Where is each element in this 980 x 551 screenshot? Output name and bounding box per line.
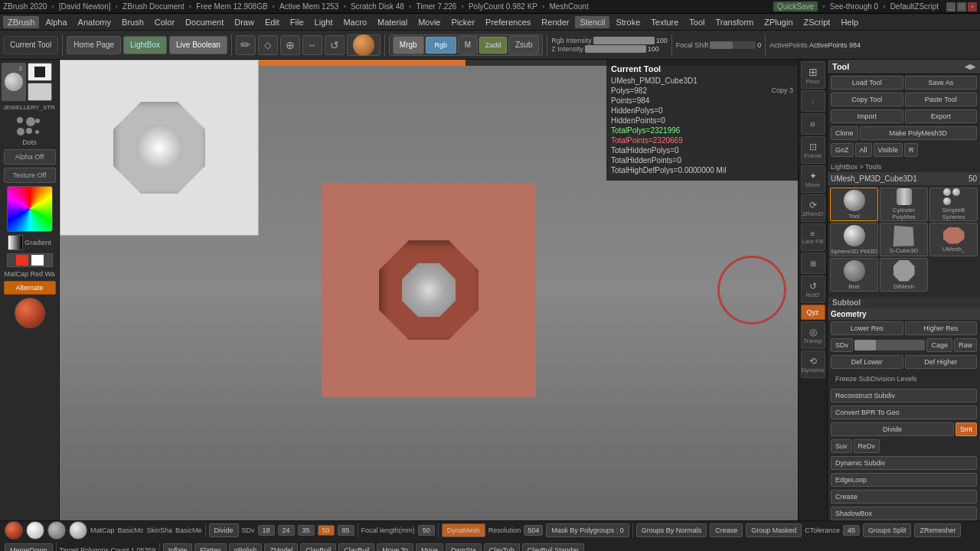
higher-res-btn[interactable]: Higher Res bbox=[905, 321, 978, 335]
scale-icon[interactable]: ↔ bbox=[302, 35, 322, 55]
menu-transform[interactable]: Transform bbox=[711, 16, 759, 28]
sdiv-btn[interactable]: SDv bbox=[831, 338, 853, 352]
floor-btn[interactable]: ⊞ Floor bbox=[801, 61, 825, 89]
tool-thumb-scube3d[interactable]: S-Cube3D bbox=[880, 223, 928, 256]
home-page-btn[interactable]: Home Page bbox=[67, 36, 121, 54]
brush-item-1[interactable]: 2 bbox=[2, 63, 26, 101]
defaultscript[interactable]: DefaultZScript bbox=[890, 2, 939, 11]
zadd-btn[interactable]: Zadd bbox=[479, 37, 507, 54]
menu-draw[interactable]: Draw bbox=[230, 16, 259, 28]
focal-slider[interactable] bbox=[710, 41, 756, 49]
menu-tool[interactable]: Tool bbox=[684, 16, 709, 28]
move-bottom-btn[interactable]: Move bbox=[416, 543, 443, 551]
menu-preferences[interactable]: Preferences bbox=[481, 16, 535, 28]
ctolerance-value[interactable]: 45 bbox=[843, 525, 860, 536]
brush-item-gray[interactable] bbox=[28, 83, 52, 101]
alternate-btn[interactable]: Alternate bbox=[4, 281, 56, 295]
tool-thumb-cylinder[interactable]: Cylinder PolyMes bbox=[880, 187, 928, 221]
brush-item-white[interactable] bbox=[28, 63, 52, 81]
bottom-matcap-gray[interactable] bbox=[47, 521, 66, 540]
all-btn[interactable]: All bbox=[855, 143, 872, 157]
move-btn[interactable]: ✦ Move bbox=[801, 165, 825, 193]
menu-stencil[interactable]: Stencil bbox=[575, 16, 609, 28]
mrgb-btn[interactable]: Mrgb bbox=[393, 36, 424, 54]
floor2-btn[interactable]: ⊟ bbox=[801, 113, 825, 135]
zsub-btn[interactable]: Zsub bbox=[508, 36, 539, 54]
tool-thumb-simplebspheres[interactable]: SimpleB Spheres bbox=[929, 187, 978, 221]
clone-btn[interactable]: Clone bbox=[831, 126, 858, 140]
suv-btn[interactable]: Suv bbox=[831, 439, 852, 453]
axis-btn[interactable]: ↕ bbox=[801, 90, 825, 112]
tool-thumb-dlmesh[interactable]: DlMesh bbox=[880, 258, 928, 292]
def-lower-btn[interactable]: Def Lower bbox=[831, 355, 903, 369]
groups-by-normals-btn[interactable]: Groups By Normals bbox=[636, 523, 707, 537]
num-85[interactable]: 85 bbox=[338, 525, 354, 536]
num-24[interactable]: 24 bbox=[278, 525, 295, 536]
menu-brush[interactable]: Brush bbox=[117, 16, 149, 28]
tool-thumb-umesh[interactable]: UMesh_ bbox=[929, 223, 978, 256]
divide-btn[interactable]: Divide bbox=[831, 422, 954, 436]
claybuil-std-btn[interactable]: ClayBuil Standar bbox=[522, 543, 584, 551]
menu-alpha[interactable]: Alpha bbox=[41, 16, 71, 28]
resolution-value[interactable]: 504 bbox=[524, 525, 543, 536]
rgb-intensity-slider[interactable] bbox=[593, 37, 655, 44]
reconstruct-subdiv-btn[interactable]: Reconstruct Subdiv bbox=[831, 389, 977, 403]
menu-render[interactable]: Render bbox=[537, 16, 573, 28]
lightbox-btn[interactable]: LightBox bbox=[123, 36, 167, 54]
menu-picker[interactable]: Picker bbox=[446, 16, 479, 28]
goz-btn[interactable]: GoZ bbox=[831, 143, 854, 157]
menu-stroke[interactable]: Stroke bbox=[611, 16, 645, 28]
def-higher-btn[interactable]: Def Higher bbox=[905, 355, 978, 369]
draw-alt-icon[interactable]: ◇ bbox=[258, 35, 278, 55]
window-controls[interactable]: _ □ × bbox=[946, 2, 977, 11]
edgeloop-btn[interactable]: EdgeLoop bbox=[831, 473, 977, 487]
qyz-btn[interactable]: Qyz bbox=[801, 305, 825, 320]
rotd-btn[interactable]: ↺ RotD bbox=[801, 276, 825, 303]
zmodel-btn[interactable]: ZModel bbox=[264, 543, 298, 551]
color-chips[interactable] bbox=[7, 253, 53, 267]
r-btn[interactable]: R bbox=[904, 143, 919, 157]
alpha-off-btn[interactable]: Alpha Off bbox=[4, 149, 56, 165]
divide-bottom-btn[interactable]: Divide bbox=[209, 523, 239, 537]
claybuild2-btn[interactable]: ClayBuil bbox=[338, 543, 374, 551]
menu-edit[interactable]: Edit bbox=[260, 16, 284, 28]
rediv-btn[interactable]: ReDv bbox=[854, 439, 880, 453]
raw-btn[interactable]: Raw bbox=[954, 338, 977, 352]
menu-document[interactable]: Document bbox=[181, 16, 228, 28]
canvas-area[interactable]: Current Tool UMesh_PM3D_Cube3D1 Polys=98… bbox=[60, 60, 798, 520]
collapse-btn[interactable]: ◀▶ bbox=[965, 63, 975, 70]
menu-anatomy[interactable]: Anatomy bbox=[74, 16, 116, 28]
draw-mode-icon[interactable]: ✏ bbox=[236, 35, 256, 55]
convert-bpr-btn[interactable]: Convert BPR To Geo bbox=[831, 406, 977, 419]
texture-off-btn[interactable]: Texture Off bbox=[4, 168, 56, 183]
paste-tool-btn[interactable]: Paste Tool bbox=[905, 93, 978, 106]
cage-btn[interactable]: Cage bbox=[926, 338, 952, 352]
crease-btn[interactable]: Crease bbox=[831, 490, 977, 504]
sdiv-slider[interactable] bbox=[854, 340, 925, 350]
make-polymesh-btn[interactable]: Make PolyMesh3D bbox=[860, 126, 977, 140]
mask-polygroups-btn[interactable]: Mask By Polygroups : 0 bbox=[546, 523, 629, 537]
menu-texture[interactable]: Texture bbox=[646, 16, 683, 28]
grid-btn[interactable]: ⊞ bbox=[801, 253, 825, 274]
tool-thumb-sphere3d[interactable]: Sphere3D PM3D bbox=[830, 223, 878, 256]
rgb-color-box[interactable]: Rgb bbox=[426, 37, 456, 54]
menu-color[interactable]: Color bbox=[150, 16, 179, 28]
menu-macro[interactable]: Macro bbox=[338, 16, 371, 28]
import-btn[interactable]: Import bbox=[831, 109, 903, 123]
move-icon[interactable]: ⊕ bbox=[280, 35, 300, 55]
num-18[interactable]: 18 bbox=[258, 525, 275, 536]
line-fill-btn[interactable]: ≡ Line Fill bbox=[801, 223, 825, 251]
quicksave-btn[interactable]: QuickSave bbox=[773, 2, 818, 11]
geometry-header[interactable]: Geometry bbox=[828, 308, 980, 320]
transp-btn[interactable]: ◎ Transp bbox=[801, 321, 825, 349]
dynamic-subdiv-btn[interactable]: Dynamic Subdiv bbox=[831, 456, 977, 470]
flatten-btn[interactable]: Flatten bbox=[194, 543, 227, 551]
load-tool-btn[interactable]: Load Tool bbox=[831, 76, 903, 90]
frame-btn[interactable]: ⊡ Frame bbox=[801, 136, 825, 164]
visible-btn[interactable]: Visible bbox=[874, 143, 903, 157]
menu-help[interactable]: Help bbox=[836, 16, 863, 28]
crease-bottom-btn[interactable]: Crease bbox=[710, 523, 743, 537]
gradient-swatch[interactable] bbox=[8, 235, 23, 250]
menu-zplugin[interactable]: ZPlugin bbox=[760, 16, 797, 28]
num-35[interactable]: 35 bbox=[298, 525, 315, 536]
